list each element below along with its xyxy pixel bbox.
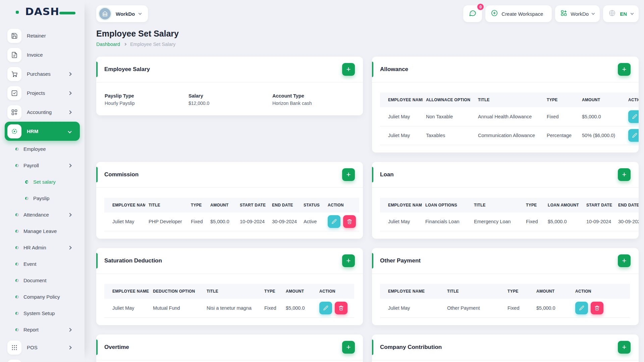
sidebar-item-manage-leave[interactable]: Manage Leave bbox=[5, 223, 80, 239]
add-allowance-button plus-icon[interactable]: + bbox=[618, 63, 631, 76]
add-employee-salary-button plus-icon[interactable]: + bbox=[342, 63, 355, 76]
sidebar-item-label: Payslip bbox=[33, 195, 49, 201]
card-title: Other Payment bbox=[380, 257, 421, 264]
language-selector[interactable]: EN bbox=[603, 5, 639, 22]
add-other-payment-button plus-icon[interactable]: + bbox=[618, 254, 631, 267]
sidebar-item-accounting[interactable]: Accounting bbox=[5, 103, 80, 122]
main-area: WorkDo 0 Create Workspace bbox=[85, 0, 644, 362]
sidebar-item-pos[interactable]: POS bbox=[5, 338, 80, 357]
edit-button pencil-icon[interactable] bbox=[628, 129, 639, 142]
edit-button pencil-icon[interactable] bbox=[628, 110, 639, 123]
delete-button trash-icon[interactable] bbox=[343, 215, 356, 228]
cell-employee: Juliet May bbox=[380, 299, 444, 317]
bullet-icon bbox=[15, 213, 19, 217]
card-header: Overtime + bbox=[96, 335, 363, 360]
sidebar-item-purchases[interactable]: Purchases bbox=[5, 64, 80, 83]
table-header-row: EMPLOYEE NAME DEDUCTION OPTION TITLE TYP… bbox=[104, 284, 354, 299]
sidebar-item-employee[interactable]: Employee bbox=[5, 141, 80, 157]
cell-amount: $5,000.0 bbox=[544, 213, 583, 231]
cell-amount: $5,000.0 bbox=[533, 299, 572, 317]
sidebar-item-crm[interactable]: CRM bbox=[5, 357, 80, 362]
bullet-icon bbox=[25, 197, 29, 200]
edit-button pencil-icon[interactable] bbox=[328, 215, 340, 228]
commission-card: Commission + EMPLOYEE NAME TITLE TYPE AM… bbox=[96, 162, 363, 239]
chat-bubble-icon bbox=[469, 9, 477, 18]
sidebar-item-label: Event bbox=[23, 261, 36, 267]
commission-table: EMPLOYEE NAME TITLE TYPE AMOUNT START DA… bbox=[104, 198, 359, 232]
chevron-right-icon bbox=[68, 91, 71, 95]
sidebar-item-system-setup[interactable]: System Setup bbox=[5, 305, 80, 321]
sidebar-item-report[interactable]: Report bbox=[5, 321, 80, 338]
cell-start-date: 10-09-2024 bbox=[236, 213, 269, 231]
sidebar-item-attendance[interactable]: Attendance bbox=[5, 206, 80, 223]
column-header: EMPLOYEE NAME bbox=[380, 198, 422, 213]
add-saturation-deduction-button plus-icon[interactable]: + bbox=[342, 254, 355, 267]
messages-button[interactable]: 0 bbox=[463, 5, 482, 22]
add-overtime-button plus-icon[interactable]: + bbox=[342, 341, 355, 354]
add-commission-button plus-icon[interactable]: + bbox=[342, 168, 355, 181]
logo-dot-accent bbox=[16, 11, 19, 14]
field-label: Salary bbox=[189, 93, 272, 99]
sidebar-item-document[interactable]: Document bbox=[5, 272, 80, 289]
add-loan-button plus-icon[interactable]: + bbox=[618, 168, 631, 181]
column-header: TYPE bbox=[504, 284, 533, 299]
field: Account Type Horizon Bank cash bbox=[272, 93, 355, 106]
add-company-contribution-button plus-icon[interactable]: + bbox=[618, 341, 631, 354]
sidebar-item-projects[interactable]: Projects bbox=[5, 83, 80, 103]
workdo-menu-button[interactable]: WorkDo bbox=[555, 5, 600, 22]
column-header: STATUS bbox=[300, 198, 324, 213]
sidebar-item-payslip[interactable]: Payslip bbox=[5, 190, 80, 206]
sidebar-item-hr-admin[interactable]: HR Admin bbox=[5, 239, 80, 256]
field-label: Payslip Type bbox=[105, 93, 189, 99]
breadcrumb-dashboard-link[interactable]: Dashboard bbox=[96, 42, 120, 47]
sidebar-item-payroll[interactable]: Payroll bbox=[5, 157, 80, 174]
field-label: Account Type bbox=[272, 93, 355, 99]
sidebar-item-event[interactable]: Event bbox=[5, 256, 80, 272]
table-row: Juliet May Financials Loan Emergency Loa… bbox=[380, 213, 639, 231]
breadcrumb: Dashboard Employee Set Salary bbox=[96, 42, 639, 47]
column-header: END DATE bbox=[269, 198, 300, 213]
card-header: Saturation Deduction + bbox=[96, 248, 363, 274]
app-logo[interactable]: DASH bbox=[17, 5, 67, 17]
column-header: EMPLOYEE NAME bbox=[380, 93, 423, 107]
cell-amount: 50% ($6,000.0) bbox=[579, 126, 625, 145]
edit-button pencil-icon[interactable] bbox=[319, 302, 332, 314]
column-header: AMOUNT bbox=[282, 284, 316, 299]
edit-button pencil-icon[interactable] bbox=[575, 302, 588, 314]
field: Salary $12,000.0 bbox=[189, 93, 272, 106]
chevron-right-icon bbox=[68, 110, 71, 114]
bullet-icon bbox=[15, 230, 19, 233]
create-workspace-button[interactable]: Create Workspace bbox=[485, 5, 552, 22]
column-header: END DATE bbox=[615, 198, 639, 213]
cell-title: Other Payment bbox=[444, 299, 504, 317]
card-body: EMPLOYEE NAME LOAN OPTIONS TITLE TYPE LO… bbox=[372, 188, 639, 239]
cell-type: Fixed bbox=[523, 213, 544, 231]
sidebar-item-label: Invoice bbox=[27, 52, 43, 58]
card-body: EMPLOYEE NAME DEDUCTION OPTION TITLE TYP… bbox=[96, 274, 363, 325]
bullet-icon bbox=[15, 262, 19, 266]
sidebar-item-hrm[interactable]: HRM bbox=[5, 122, 80, 141]
delete-button trash-icon[interactable] bbox=[591, 302, 603, 314]
employee-salary-card: Employee Salary + Payslip Type Hourly Pa… bbox=[96, 57, 363, 115]
table-row: Juliet May Taxables Communication Allowa… bbox=[380, 126, 639, 145]
cell-employee: Juliet May bbox=[380, 107, 423, 126]
column-header: TITLE bbox=[203, 284, 261, 299]
card-title: Overtime bbox=[104, 344, 129, 351]
card-title: Allowance bbox=[380, 66, 408, 73]
delete-button trash-icon[interactable] bbox=[335, 302, 347, 314]
sidebar-item-label: Projects bbox=[27, 90, 45, 96]
chevron-right-icon bbox=[68, 246, 71, 249]
workspace-switcher[interactable]: WorkDo bbox=[96, 5, 148, 22]
sidebar-item-label: HRM bbox=[27, 128, 38, 134]
card-header: Commission + bbox=[96, 162, 363, 188]
sidebar-item-retainer[interactable]: Retainer bbox=[5, 26, 80, 45]
cell-option: Financials Loan bbox=[422, 213, 471, 231]
loan-card: Loan + EMPLOYEE NAME LOAN OPTIONS TITLE … bbox=[372, 162, 639, 239]
create-workspace-label: Create Workspace bbox=[501, 11, 543, 17]
sidebar-item-company-policy[interactable]: Company Policy bbox=[5, 289, 80, 305]
workdo-menu-label: WorkDo bbox=[571, 11, 589, 17]
sidebar-item-label: Company Policy bbox=[23, 294, 60, 300]
sidebar-item-invoice[interactable]: Invoice bbox=[5, 45, 80, 64]
table-header-row: EMPLOYEE NAME TITLE TYPE AMOUNT ACTION bbox=[380, 284, 630, 299]
sidebar-item-set-salary[interactable]: Set salary bbox=[5, 174, 80, 190]
